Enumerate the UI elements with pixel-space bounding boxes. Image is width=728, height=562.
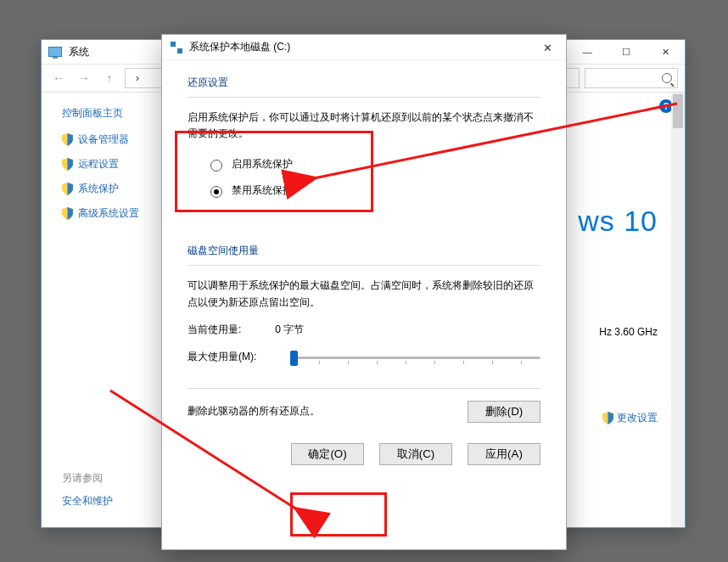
sidebar-item-device-manager[interactable]: 设备管理器: [62, 132, 169, 147]
search-icon: [662, 73, 672, 83]
see-also-link[interactable]: 安全和维护: [62, 494, 113, 509]
search-box[interactable]: [585, 68, 678, 88]
ok-button[interactable]: 确定(O): [291, 443, 364, 465]
max-usage-slider[interactable]: [290, 349, 540, 366]
up-button[interactable]: ↑: [99, 68, 120, 88]
apply-button[interactable]: 应用(A): [468, 443, 540, 465]
change-settings-link[interactable]: 更改设置: [602, 411, 658, 425]
shield-icon: [62, 207, 73, 220]
system-protection-dialog: 系统保护本地磁盘 (C:) ✕ 还原设置 启用系统保护后，你可以通过及时将计算机…: [161, 34, 567, 550]
windows-logo-text: ws 10: [578, 205, 658, 238]
sidebar-item-label: 设备管理器: [78, 132, 129, 147]
see-also-heading: 另请参阅: [62, 471, 113, 486]
radio-input-enable[interactable]: [210, 160, 222, 171]
divider: [188, 388, 540, 389]
sidebar-item-remote[interactable]: 远程设置: [62, 157, 169, 171]
maximize-button[interactable]: ☐: [607, 40, 646, 64]
slider-ticks: [290, 361, 540, 364]
sidebar-item-label: 远程设置: [78, 157, 119, 171]
sidebar-home-link[interactable]: 控制面板主页: [62, 106, 169, 121]
divider: [188, 265, 540, 266]
shield-icon: [62, 183, 73, 195]
radio-disable-protection[interactable]: 禁用系统保护: [206, 183, 540, 198]
back-button[interactable]: ←: [48, 68, 69, 88]
computer-icon: [48, 47, 62, 57]
section-restore-title: 还原设置: [188, 76, 540, 90]
sidebar-item-label: 高级系统设置: [78, 206, 139, 221]
minimize-button[interactable]: —: [568, 40, 607, 64]
shield-icon: [62, 133, 73, 146]
sidebar-item-label: 系统保护: [78, 182, 119, 196]
cancel-button[interactable]: 取消(C): [379, 443, 452, 465]
radio-enable-protection[interactable]: 启用系统保护: [206, 157, 540, 171]
disk-description: 可以调整用于系统保护的最大磁盘空间。占满空间时，系统将删除较旧的还原点以便为新还…: [188, 278, 540, 310]
delete-description: 删除此驱动器的所有还原点。: [188, 404, 320, 419]
radio-group: 启用系统保护 禁用系统保护: [188, 152, 540, 222]
sidebar-item-system-protection[interactable]: 系统保护: [62, 182, 169, 196]
slider-thumb[interactable]: [290, 351, 298, 366]
close-button[interactable]: ✕: [646, 40, 685, 64]
sidebar-item-advanced[interactable]: 高级系统设置: [62, 206, 169, 221]
change-settings-label: 更改设置: [617, 411, 658, 425]
dialog-title: 系统保护本地磁盘 (C:): [189, 40, 290, 54]
section-disk-title: 磁盘空间使用量: [188, 244, 540, 258]
current-usage-value: 0 字节: [275, 323, 304, 337]
divider: [188, 97, 540, 98]
max-usage-label: 最大使用量(M):: [188, 350, 256, 364]
shield-icon: [62, 158, 73, 171]
slider-track: [290, 357, 540, 359]
window-title: 系统: [69, 45, 89, 59]
drive-icon: [171, 42, 182, 53]
radio-label: 禁用系统保护: [232, 183, 293, 198]
current-usage-label: 当前使用量:: [188, 323, 241, 337]
shield-icon: [602, 412, 613, 424]
dialog-close-button[interactable]: ✕: [529, 35, 566, 60]
breadcrumb-sep: ›: [136, 72, 139, 84]
forward-button[interactable]: →: [74, 68, 94, 88]
cpu-info: Hz 3.60 GHz: [599, 326, 658, 338]
dialog-titlebar[interactable]: 系统保护本地磁盘 (C:) ✕: [162, 35, 566, 60]
radio-input-disable[interactable]: [210, 186, 222, 198]
radio-label: 启用系统保护: [232, 157, 293, 171]
delete-button[interactable]: 删除(D): [468, 401, 540, 423]
sidebar: 控制面板主页 设备管理器 远程设置 系统保护 高级系统设置 另请参阅 安全和维护: [42, 93, 169, 527]
restore-description: 启用系统保护后，你可以通过及时将计算机还原到以前的某个状态点来撤消不需要的更改。: [188, 110, 540, 142]
